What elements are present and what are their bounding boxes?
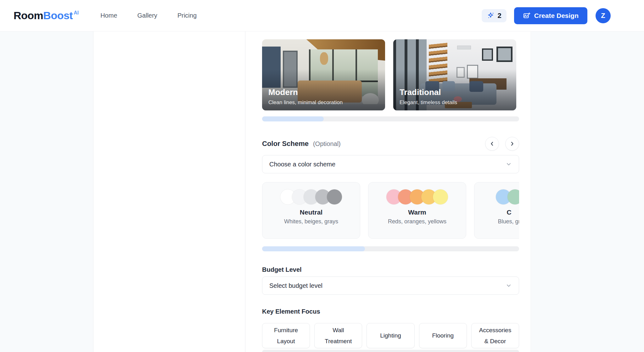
style-card-modern[interactable]: Modern Clean lines, minimal decoration — [262, 39, 385, 110]
optional-label: (Optional) — [313, 140, 341, 148]
palette-clipped-content: C Blues, gr — [474, 189, 519, 225]
style-title: Modern — [268, 87, 379, 97]
color-swatch — [507, 189, 519, 204]
palette-swatches — [280, 189, 342, 204]
palette-carousel-scrollbar[interactable] — [262, 246, 519, 251]
palette-carousel: Neutral Whites, beiges, grays Warm Reds,… — [262, 182, 519, 239]
app-window: RoomBoostAI Home Gallery Pricing 2 — [0, 0, 644, 352]
key-element-focus-label: Key Element Focus — [262, 308, 320, 315]
create-design-button[interactable]: Create Design — [514, 7, 587, 24]
chevron-down-icon — [506, 282, 512, 289]
style-card-carousel: Modern Clean lines, minimal decoration — [262, 39, 519, 110]
budget-level-select[interactable]: Select budget level — [262, 277, 519, 295]
main-nav: Home Gallery Pricing — [100, 12, 197, 19]
create-design-label: Create Design — [534, 12, 579, 20]
credits-chip[interactable]: 2 — [482, 9, 507, 22]
style-caption: Modern Clean lines, minimal decoration — [262, 87, 385, 110]
form-column: Modern Clean lines, minimal decoration — [262, 31, 519, 352]
focus-option-furniture-layout[interactable]: Furniture Layout — [262, 323, 310, 348]
carousel-arrows — [485, 137, 519, 151]
budget-select-value: Select budget level — [269, 282, 322, 289]
key-element-scrollbar[interactable] — [262, 350, 519, 352]
palette-name: Warm — [408, 209, 426, 216]
style-subtitle: Elegant, timeless details — [400, 99, 510, 106]
nav-link-pricing[interactable]: Pricing — [177, 12, 197, 19]
nav-link-gallery[interactable]: Gallery — [137, 12, 157, 19]
palette-name: Neutral — [300, 209, 322, 216]
chevron-down-icon — [506, 161, 512, 167]
nav-link-home[interactable]: Home — [100, 12, 117, 19]
palette-card-warm[interactable]: Warm Reds, oranges, yellows — [368, 182, 466, 239]
style-subtitle: Clean lines, minimal decoration — [268, 99, 379, 106]
scrollbar-thumb — [262, 246, 365, 251]
color-scheme-select-value: Choose a color scheme — [269, 161, 335, 168]
color-swatch — [433, 189, 448, 204]
style-carousel-scrollbar[interactable] — [262, 116, 519, 121]
budget-level-label: Budget Level — [262, 266, 302, 273]
design-options-panel: Modern Clean lines, minimal decoration — [245, 31, 531, 352]
sparkles-icon — [487, 12, 495, 20]
palette-name: C — [507, 209, 511, 216]
color-scheme-label: Color Scheme — [262, 140, 309, 148]
palette-description: Blues, gr — [498, 218, 519, 225]
palette-card-neutral[interactable]: Neutral Whites, beiges, grays — [262, 182, 360, 239]
image-plus-icon — [523, 12, 530, 20]
color-swatch — [327, 189, 342, 204]
next-arrow-button[interactable] — [505, 137, 519, 151]
right-rail — [531, 31, 644, 352]
focus-option-flooring[interactable]: Flooring — [419, 323, 467, 348]
credits-count: 2 — [498, 12, 501, 20]
palette-description: Whites, beiges, grays — [284, 218, 338, 225]
logo-part-room: Room — [14, 9, 43, 22]
scrollbar-thumb — [262, 116, 324, 121]
palette-card-cool-partial[interactable]: C Blues, gr — [474, 182, 519, 239]
logo-suffix-ai: AI — [74, 10, 79, 16]
style-card-traditional[interactable]: Traditional Elegant, timeless details — [393, 39, 516, 110]
header-actions: 2 Create Design Z — [482, 7, 611, 24]
app-logo[interactable]: RoomBoostAI — [14, 9, 79, 22]
color-scheme-select[interactable]: Choose a color scheme — [262, 155, 519, 173]
color-scheme-header: Color Scheme (Optional) — [262, 137, 519, 151]
prev-arrow-button[interactable] — [485, 137, 499, 151]
chevron-left-icon — [490, 141, 495, 146]
left-rail — [0, 31, 93, 352]
focus-option-wall-treatment[interactable]: Wall Treatment — [314, 323, 362, 348]
palette-swatches — [496, 189, 519, 204]
style-title: Traditional — [400, 87, 510, 97]
user-avatar[interactable]: Z — [596, 8, 611, 23]
logo-part-boost: Boost — [43, 9, 73, 22]
app-header: RoomBoostAI Home Gallery Pricing 2 — [0, 0, 644, 31]
focus-option-lighting[interactable]: Lighting — [367, 323, 414, 348]
avatar-initial: Z — [601, 12, 605, 20]
left-form-panel — [93, 31, 245, 352]
palette-swatches — [386, 189, 448, 204]
palette-description: Reds, oranges, yellows — [388, 218, 446, 225]
focus-option-accessories-decor[interactable]: Accessories & Decor — [471, 323, 519, 348]
key-element-options: Furniture Layout Wall Treatment Lighting… — [262, 323, 519, 348]
chevron-right-icon — [510, 141, 515, 146]
style-caption: Traditional Elegant, timeless details — [393, 87, 516, 110]
